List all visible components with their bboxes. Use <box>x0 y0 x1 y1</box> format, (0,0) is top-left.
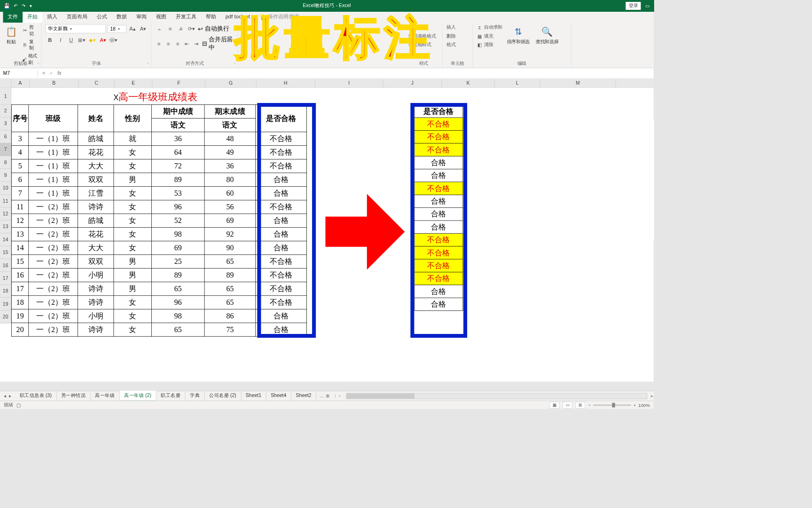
cell[interactable]: 16 <box>12 268 29 282</box>
cell[interactable]: 女 <box>114 214 152 227</box>
font-color-button[interactable]: A▾ <box>98 36 107 45</box>
cell[interactable]: 86 <box>204 309 256 323</box>
sheet-tab-8[interactable]: Sheet4 <box>266 390 291 401</box>
font-size-combo[interactable]: 18▾ <box>108 25 126 33</box>
col-header-B[interactable]: B <box>30 79 79 87</box>
col-header-K[interactable]: K <box>442 79 495 87</box>
sheet-more-icon[interactable]: … ⊕ <box>316 393 333 399</box>
cell[interactable]: 一（1）班 <box>29 132 78 146</box>
cell[interactable]: 一（2）班 <box>29 241 78 254</box>
indent-inc-button[interactable]: ⇥ <box>193 39 201 48</box>
sheet-tab-2[interactable]: 高一年级 <box>91 390 120 401</box>
view-pagebreak-button[interactable]: ⊞ <box>576 402 586 408</box>
cell[interactable]: 女 <box>114 323 152 336</box>
cell-pass[interactable]: 不合格 <box>414 118 463 130</box>
qat-customize-icon[interactable]: ▾ <box>30 3 32 8</box>
cell[interactable]: 80 <box>204 173 256 186</box>
cell[interactable]: 皓城 <box>78 214 113 227</box>
zoom-slider[interactable] <box>593 404 631 405</box>
row-header-2[interactable]: 2 <box>0 104 11 117</box>
cell[interactable]: 18 <box>12 295 29 309</box>
italic-button[interactable]: I <box>56 36 65 45</box>
cell[interactable]: 65 <box>204 254 256 268</box>
cancel-icon[interactable]: ✕ <box>42 71 46 76</box>
cell[interactable]: 52 <box>151 214 204 227</box>
col-header-M[interactable]: M <box>540 79 616 87</box>
cell-pass[interactable]: 不合格 <box>414 272 463 285</box>
cell[interactable]: 92 <box>204 227 256 241</box>
font-launcher-icon[interactable]: ▫ <box>147 61 148 65</box>
cell[interactable]: 65 <box>151 323 204 336</box>
zoom-out-button[interactable]: − <box>588 402 591 407</box>
copy-button[interactable]: ⎘复制 <box>22 39 38 51</box>
cell-pass[interactable]: 不合格 <box>414 182 463 195</box>
cell[interactable]: 56 <box>204 200 256 214</box>
clear-button[interactable]: ◧清除 <box>476 42 502 48</box>
autosum-button[interactable]: Σ自动求和 <box>476 24 502 31</box>
menu-tab-3[interactable]: 页面布局 <box>62 11 92 23</box>
cell[interactable]: 小明 <box>78 309 113 323</box>
menu-tab-6[interactable]: 审阅 <box>132 11 151 23</box>
sheet-nav-last-icon[interactable]: ▸ <box>9 393 12 399</box>
align-middle-button[interactable]: ≡ <box>166 24 175 33</box>
cell[interactable]: 不合格 <box>256 254 307 268</box>
bold-button[interactable]: B <box>46 36 55 45</box>
cell[interactable]: 双双 <box>78 254 113 268</box>
row-header-16[interactable]: 16 <box>0 259 11 272</box>
cell-pass[interactable]: 合格 <box>414 208 463 221</box>
cell[interactable]: 诗诗 <box>78 282 113 295</box>
orientation-button[interactable]: ⟳▾ <box>187 24 196 33</box>
redo-icon[interactable]: ↷ <box>22 3 26 8</box>
cell[interactable]: 69 <box>151 241 204 254</box>
cell[interactable]: 90 <box>204 241 256 254</box>
cell[interactable]: 一（2）班 <box>29 309 78 323</box>
cell[interactable]: 一（2）班 <box>29 227 78 241</box>
cell[interactable]: 49 <box>204 146 256 159</box>
menu-tab-2[interactable]: 插入 <box>42 11 62 23</box>
cell[interactable]: 65 <box>204 295 256 309</box>
col-header-F[interactable]: F <box>152 79 205 87</box>
cell-pass[interactable]: 合格 <box>414 298 463 310</box>
cell[interactable]: 20 <box>12 323 29 336</box>
insert-cells-button[interactable]: 插入 <box>446 24 455 31</box>
cell-pass[interactable]: 合格 <box>414 195 463 207</box>
align-bottom-button[interactable]: ⫡ <box>176 24 185 33</box>
cell[interactable]: 不合格 <box>256 146 307 159</box>
cell[interactable]: 男 <box>114 254 152 268</box>
cell[interactable]: 98 <box>151 227 204 241</box>
cell[interactable]: 53 <box>151 186 204 200</box>
cell[interactable]: 25 <box>151 254 204 268</box>
wrap-text-button[interactable]: ↩自动换行 <box>197 25 229 33</box>
cell[interactable]: 女 <box>114 309 152 323</box>
fx-label[interactable]: fx <box>57 71 61 76</box>
cell[interactable]: 合格 <box>256 227 307 241</box>
cell[interactable]: 7 <box>12 186 29 200</box>
cell-pass[interactable]: 不合格 <box>414 130 463 143</box>
cell[interactable]: 89 <box>151 173 204 186</box>
col-header-J[interactable]: J <box>383 79 442 87</box>
row-header-20[interactable]: 20 <box>0 310 11 323</box>
cell[interactable]: 大大 <box>78 159 113 173</box>
zoom-in-button[interactable]: + <box>633 402 636 407</box>
row-header-9[interactable]: 9 <box>0 169 11 182</box>
cell[interactable]: 12 <box>12 214 29 227</box>
border-button[interactable]: ⊞▾ <box>77 36 86 45</box>
sort-filter-button[interactable]: ⇅排序和筛选 <box>505 24 531 47</box>
undo-icon[interactable]: ↶ <box>14 3 18 8</box>
cell[interactable]: 一（1）班 <box>29 173 78 186</box>
cell[interactable]: 48 <box>204 132 256 146</box>
delete-cells-button[interactable]: 删除 <box>446 33 455 40</box>
menu-tab-0[interactable]: 文件 <box>3 11 23 23</box>
cell[interactable]: 13 <box>12 227 29 241</box>
row-header-11[interactable]: 11 <box>0 195 11 207</box>
cell[interactable]: 小明 <box>78 268 113 282</box>
cell[interactable]: 17 <box>12 282 29 295</box>
col-header-I[interactable]: I <box>315 79 383 87</box>
align-center-button[interactable]: ≡ <box>164 39 172 48</box>
cell[interactable]: 89 <box>151 268 204 282</box>
paste-button[interactable]: 📋 粘贴 <box>4 24 19 47</box>
cell[interactable]: 皓城 <box>78 132 113 146</box>
cell[interactable]: 65 <box>204 282 256 295</box>
menu-tab-1[interactable]: 开始 <box>23 11 42 23</box>
cell-pass[interactable]: 不合格 <box>414 246 463 259</box>
